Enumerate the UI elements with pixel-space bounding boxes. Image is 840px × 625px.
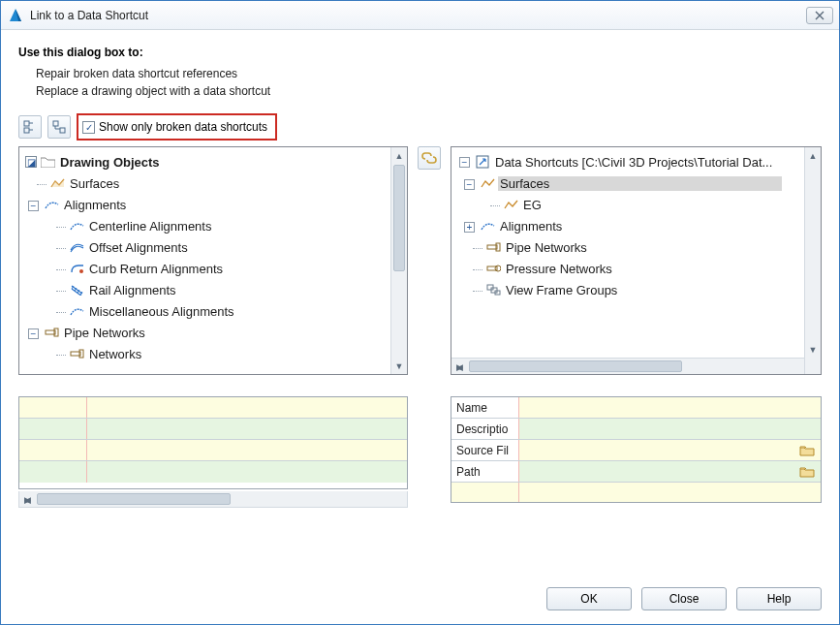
svg-rect-3 bbox=[24, 128, 29, 133]
use-heading: Use this dialog box to: bbox=[18, 46, 822, 59]
show-broken-checkbox[interactable]: ✓ bbox=[82, 121, 95, 134]
tree-node-curb[interactable]: Curb Return Alignments bbox=[21, 258, 405, 279]
help-button[interactable]: Help bbox=[736, 587, 822, 610]
tree-node-viewframe[interactable]: View Frame Groups bbox=[453, 279, 819, 300]
ok-button[interactable]: OK bbox=[546, 587, 632, 610]
scroll-down-icon[interactable]: ▼ bbox=[805, 341, 821, 358]
prop-val-description[interactable] bbox=[519, 419, 821, 439]
svg-rect-2 bbox=[24, 121, 29, 126]
prop-row-empty bbox=[451, 483, 821, 502]
pipe-network-icon bbox=[485, 239, 501, 255]
alignment-icon bbox=[44, 197, 59, 212]
folder-icon bbox=[40, 154, 55, 170]
dialog-window: Link to a Data Shortcut Use this dialog … bbox=[0, 0, 840, 625]
viewframe-icon bbox=[485, 282, 501, 297]
tree-node-misc[interactable]: Miscellaneous Alignments bbox=[21, 300, 405, 322]
show-broken-label: Show only broken data shortcuts bbox=[99, 120, 267, 134]
app-icon bbox=[7, 7, 24, 24]
alignment-icon bbox=[480, 218, 495, 234]
tree-root[interactable]: − Data Shortcuts [C:\Civil 3D Projects\T… bbox=[453, 151, 819, 172]
right-property-grid: Name Descriptio Source Fil Path bbox=[451, 396, 822, 503]
prop-key-source: Source Fil bbox=[451, 440, 519, 460]
tree-expand-button[interactable] bbox=[18, 115, 42, 139]
tree-node-alignments[interactable]: +Alignments bbox=[453, 215, 819, 236]
tree-expand-icon bbox=[23, 120, 37, 134]
tree-collapse-button[interactable] bbox=[47, 115, 71, 139]
browse-folder-icon[interactable] bbox=[799, 445, 815, 456]
root-checkbox-icon[interactable]: ◪ bbox=[25, 156, 37, 168]
collapse-icon[interactable]: − bbox=[459, 157, 470, 168]
horizontal-scrollbar[interactable]: ◀ ▶ bbox=[451, 358, 804, 374]
tree-root-label: Drawing Objects bbox=[58, 155, 162, 170]
vertical-scrollbar[interactable]: ▲ ▼ bbox=[390, 147, 407, 374]
prop-row-path: Path bbox=[451, 461, 821, 483]
tree-node-rail[interactable]: Rail Alignments bbox=[21, 279, 405, 300]
alignment-offset-icon bbox=[69, 239, 84, 255]
prop-key-name: Name bbox=[451, 397, 519, 418]
pressure-network-icon bbox=[485, 261, 501, 276]
tree-node-surfaces[interactable]: −Surfaces bbox=[453, 172, 819, 194]
dialog-buttons: OK Close Help bbox=[546, 587, 822, 610]
scroll-up-icon[interactable]: ▲ bbox=[805, 147, 821, 164]
link-button-column bbox=[418, 146, 441, 508]
alignment-rail-icon bbox=[69, 282, 84, 297]
tree-node-pipe[interactable]: Pipe Networks bbox=[453, 236, 819, 258]
collapse-icon[interactable]: − bbox=[28, 328, 39, 339]
scroll-down-icon[interactable]: ▼ bbox=[391, 358, 407, 374]
browse-folder-icon[interactable] bbox=[799, 466, 815, 478]
scroll-thumb[interactable] bbox=[469, 360, 682, 372]
tree-node-centerline[interactable]: Centerline Alignments bbox=[21, 215, 405, 236]
link-icon bbox=[421, 150, 437, 166]
svg-point-6 bbox=[79, 269, 83, 273]
scroll-right-icon[interactable]: ▶ bbox=[19, 491, 36, 508]
prop-val-path[interactable] bbox=[519, 461, 821, 482]
use-list: Repair broken data shortcut references R… bbox=[36, 65, 822, 100]
tree-node-surfaces[interactable]: Surfaces bbox=[21, 172, 405, 194]
surface-icon bbox=[480, 175, 495, 191]
toolbar: ✓ Show only broken data shortcuts bbox=[18, 113, 822, 141]
left-property-grid bbox=[18, 396, 408, 489]
horizontal-scrollbar[interactable]: ◀ ▶ bbox=[18, 491, 408, 508]
tree-node-eg[interactable]: EG bbox=[453, 194, 819, 215]
left-column: ◪ Drawing Objects Surfaces −Alignments C… bbox=[18, 146, 408, 508]
collapse-icon[interactable]: − bbox=[28, 201, 39, 211]
drawing-objects-tree[interactable]: ◪ Drawing Objects Surfaces −Alignments C… bbox=[18, 146, 408, 375]
prop-key-path: Path bbox=[451, 461, 519, 482]
pipe-network-icon bbox=[44, 325, 59, 340]
prop-val-name[interactable] bbox=[519, 397, 821, 418]
surface-icon bbox=[49, 175, 65, 191]
panes: ◪ Drawing Objects Surfaces −Alignments C… bbox=[18, 146, 822, 508]
scroll-up-icon[interactable]: ▲ bbox=[391, 147, 407, 164]
filter-highlight: ✓ Show only broken data shortcuts bbox=[77, 113, 277, 141]
scroll-right-icon[interactable]: ▶ bbox=[451, 359, 468, 375]
scroll-thumb[interactable] bbox=[37, 493, 231, 505]
pipe-network-icon bbox=[69, 346, 84, 361]
dialog-title: Link to a Data Shortcut bbox=[30, 9, 806, 22]
surface-icon bbox=[503, 197, 518, 212]
tree-node-pressure[interactable]: Pressure Networks bbox=[453, 258, 819, 279]
tree-root[interactable]: ◪ Drawing Objects bbox=[21, 151, 405, 172]
tree-root-label: Data Shortcuts [C:\Civil 3D Projects\Tut… bbox=[493, 155, 774, 170]
prop-row-description: Descriptio bbox=[451, 419, 821, 440]
link-button[interactable] bbox=[418, 146, 441, 170]
tree-node-alignments[interactable]: −Alignments bbox=[21, 194, 405, 215]
alignment-icon bbox=[69, 303, 84, 319]
tree-node-offset[interactable]: Offset Alignments bbox=[21, 236, 405, 258]
tree-node-pipe[interactable]: −Pipe Networks bbox=[21, 322, 405, 343]
svg-rect-5 bbox=[60, 128, 65, 133]
tree-collapse-icon bbox=[52, 120, 66, 134]
collapse-icon[interactable]: − bbox=[464, 179, 475, 190]
prop-val-source[interactable] bbox=[519, 440, 821, 460]
vertical-scrollbar[interactable]: ▲ ▼ bbox=[804, 147, 821, 374]
prop-row-source: Source Fil bbox=[451, 440, 821, 461]
prop-key-description: Descriptio bbox=[451, 419, 519, 439]
dialog-body: Use this dialog box to: Repair broken da… bbox=[1, 30, 839, 519]
use-line: Replace a drawing object with a data sho… bbox=[36, 82, 822, 100]
window-close-button[interactable] bbox=[806, 7, 833, 24]
tree-node-networks[interactable]: Networks bbox=[21, 343, 405, 364]
data-shortcuts-tree[interactable]: − Data Shortcuts [C:\Civil 3D Projects\T… bbox=[451, 146, 822, 375]
expand-icon[interactable]: + bbox=[464, 222, 475, 233]
close-button[interactable]: Close bbox=[641, 587, 727, 610]
scroll-thumb[interactable] bbox=[393, 165, 405, 271]
alignment-icon bbox=[69, 218, 84, 234]
